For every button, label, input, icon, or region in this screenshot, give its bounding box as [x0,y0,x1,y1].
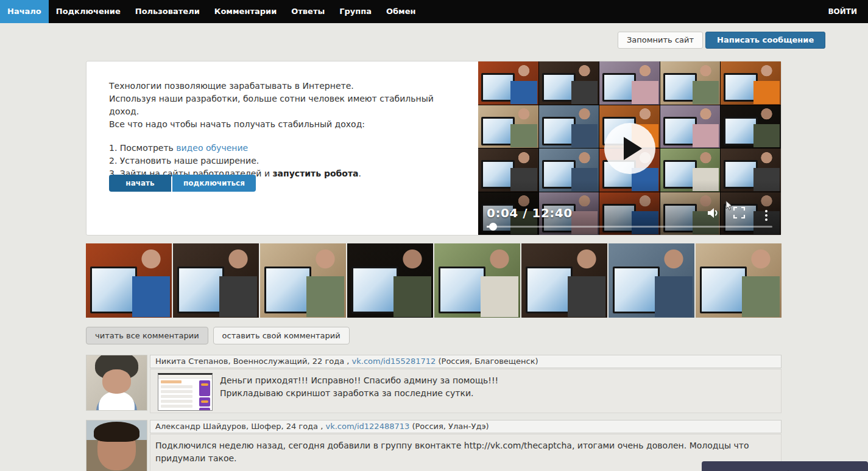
nav-item-exchange[interactable]: Обмен [379,0,423,23]
send-message-chat-widget[interactable]: Отправить сообщение [702,461,868,471]
avatar [86,420,147,471]
video-training-link[interactable]: видео обучение [176,143,248,153]
fullscreen-icon[interactable] [733,206,746,222]
write-message-button[interactable]: Написать сообщение [705,32,825,49]
comment-author: Никита Степанов, Военнослужащий, 22 года… [155,357,352,366]
comment-buttons: читать все комментарии оставить свой ком… [86,327,350,344]
kebab-menu-icon[interactable] [765,208,767,223]
comment-item: Александр Шайдуров, Шофер, 24 года , vk.… [86,420,782,471]
avatar [86,355,147,411]
strip-photo [173,243,259,318]
strip-photo [260,243,346,318]
intro-line-2: Используя наши разработки, больше сотни … [109,92,462,118]
video-player[interactable]: 0:04 / 12:40 [478,61,781,235]
nav-item-users[interactable]: Пользователи [128,0,207,23]
step-1: 1. Посмотреть видео обучение [109,142,462,155]
comment-body: Деньги приходят!!! Исправно!! Спасибо ад… [150,369,782,413]
nav-item-answers[interactable]: Ответы [284,0,332,23]
play-icon[interactable] [604,123,655,174]
nav-item-home[interactable]: Начало [0,0,49,23]
read-all-comments-button[interactable]: читать все комментарии [86,327,208,344]
collage-photo [599,61,660,105]
nav-item-group[interactable]: Группа [332,0,379,23]
volume-icon[interactable] [707,207,720,222]
earnings-screenshot-thumbnail[interactable] [158,373,213,411]
collage-photo [660,61,721,105]
remember-site-button[interactable]: Запомнить сайт [618,32,703,49]
main-card: Технологии позволяющие зарабатывать в Ин… [86,61,782,236]
strip-photo [347,243,433,318]
photo-strip [86,243,782,318]
video-time-display: 0:04 / 12:40 [487,206,573,220]
step-1-text: 1. Посмотреть [109,143,176,153]
top-nav: Начало Подключение Пользователи Коммента… [0,0,868,23]
video-progress-handle[interactable] [489,223,497,231]
strip-photo [434,243,520,318]
step-2: 2. Установить наше расширение. [109,155,462,167]
intro-buttons: начать подключиться [109,175,256,192]
collage-photo [478,105,538,148]
comment-author: Александр Шайдуров, Шофер, 24 года , [155,422,325,431]
strip-photo [609,243,694,318]
comment-header: Александр Шайдуров, Шофер, 24 года , vk.… [150,420,782,433]
vk-profile-link[interactable]: vk.com/id155281712 [352,357,436,366]
strip-photo [521,243,607,318]
strip-photo [696,243,782,318]
collage-photo [539,105,599,148]
video-progress-bar[interactable] [487,226,772,228]
collage-photo [539,61,599,105]
comment-text-line: Подключился неделю назад, сегодня добави… [155,439,775,465]
start-button[interactable]: начать [109,175,171,192]
comment-item: Никита Степанов, Военнослужащий, 22 года… [86,355,782,413]
header-actions: Запомнить сайт Написать сообщение [618,32,825,49]
leave-comment-button[interactable]: оставить свой комментарий [213,327,350,344]
intro-line-1: Технологии позволяющие зарабатывать в Ин… [109,80,462,92]
connect-button[interactable]: подключиться [172,175,256,192]
nav-item-comments[interactable]: Комментарии [207,0,284,23]
comment-location: (Россия, Благовещенск) [436,357,538,366]
intro-text: Технологии позволяющие зарабатывать в Ин… [109,80,462,180]
strip-photo [86,243,172,318]
comment-body: Подключился неделю назад, сегодня добави… [150,434,782,471]
step-3-bold: запустить робота [272,169,358,178]
step-3-suffix: . [359,169,361,178]
intro-line-3: Все что надо чтобы начать получать стаби… [109,118,462,131]
nav-item-connection[interactable]: Подключение [49,0,128,23]
login-link[interactable]: войти [828,0,857,23]
collage-photo [721,105,781,148]
comment-header: Никита Степанов, Военнослужащий, 22 года… [150,355,782,368]
vk-profile-link[interactable]: vk.com/id122488713 [325,422,409,431]
comment-text-line: Деньги приходят!!! Исправно!! Спасибо ад… [220,374,775,387]
collage-photo [478,61,538,105]
comment-location: (Россия, Улан-Удэ) [409,422,489,431]
collage-photo [721,61,781,105]
collage-photo [660,105,721,148]
comment-text-line: Прикладываю скриншот заработка за послед… [220,387,775,400]
